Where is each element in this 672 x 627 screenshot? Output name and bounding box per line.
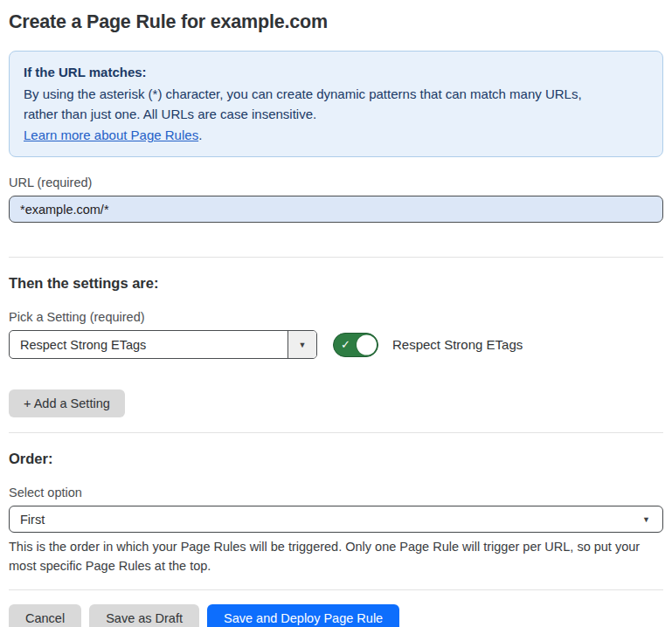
order-select-value: First [20, 513, 45, 527]
info-box-body: By using the asterisk (*) character, you… [24, 84, 614, 124]
url-input[interactable] [9, 196, 663, 223]
footer-actions: Cancel Save as Draft Save and Deploy Pag… [9, 604, 663, 627]
check-icon: ✓ [341, 339, 350, 350]
setting-toggle[interactable]: ✓ [333, 333, 378, 357]
order-section-heading: Order: [9, 451, 663, 467]
divider [9, 589, 663, 590]
learn-more-link[interactable]: Learn more about Page Rules [24, 127, 198, 142]
toggle-label: Respect Strong ETags [392, 337, 523, 352]
toggle-knob [357, 334, 377, 355]
link-suffix: . [198, 127, 202, 142]
url-match-info-box: If the URL matches: By using the asteris… [9, 51, 663, 157]
order-select-label: Select option [9, 486, 663, 500]
add-setting-button[interactable]: + Add a Setting [9, 389, 125, 417]
info-link-line: Learn more about Page Rules. [24, 125, 648, 145]
divider [9, 257, 663, 258]
setting-select-value: Respect Strong ETags [10, 331, 288, 358]
settings-section-heading: Then the settings are: [9, 275, 663, 292]
url-field-label: URL (required) [9, 176, 663, 189]
setting-row: Respect Strong ETags ▼ ✓ Respect Strong … [9, 330, 663, 359]
chevron-down-icon: ▼ [299, 341, 307, 349]
info-box-heading: If the URL matches: [24, 62, 648, 82]
save-draft-button[interactable]: Save as Draft [89, 604, 199, 627]
page-title: Create a Page Rule for example.com [9, 10, 663, 33]
order-help-text: This is the order in which your Page Rul… [9, 537, 663, 575]
order-select[interactable]: First ▼ [9, 506, 663, 533]
save-deploy-button[interactable]: Save and Deploy Page Rule [207, 604, 399, 627]
cancel-button[interactable]: Cancel [9, 604, 81, 627]
chevron-down-icon: ▼ [642, 515, 650, 524]
page-rule-form: Create a Page Rule for example.com If th… [0, 0, 672, 627]
setting-select-arrow-button[interactable]: ▼ [288, 331, 316, 358]
divider [9, 432, 663, 433]
setting-picker-label: Pick a Setting (required) [9, 310, 663, 324]
setting-select[interactable]: Respect Strong ETags ▼ [9, 330, 317, 359]
